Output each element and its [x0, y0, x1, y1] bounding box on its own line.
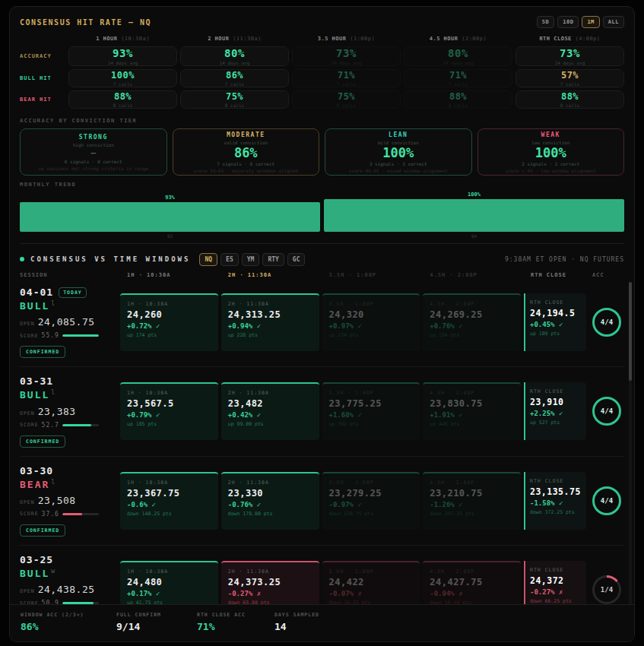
sessions-title: CONSENSUS VS TIME WINDOWS — [30, 255, 190, 263]
trend-bar-april: 100% — [324, 192, 624, 232]
direction-label: BULLl — [20, 300, 113, 312]
session-row-04-01[interactable]: 04-01TODAY BULLl OPEN24,085.75 SCORE55.9… — [20, 278, 624, 367]
sessions-table-header: SESSION 1H · 10:30A 2H · 11:30A 3.5H · 1… — [20, 272, 624, 278]
row-label-bull-hit: BULL HIT — [20, 75, 65, 81]
session-info: 03-30 BEARl OPEN23,508 SCORE37.6 CONFIRM… — [20, 465, 117, 537]
window-cell-1h: 1H · 10:30A24,260+0.72% ✓up 174 pts — [120, 293, 218, 351]
tab-nq[interactable]: NQ — [199, 253, 217, 266]
live-dot-icon — [20, 257, 24, 261]
tier-letter: w — [51, 568, 56, 575]
column-header-4-5h: 4.5 HOUR (2:00p) — [404, 36, 512, 43]
tier-letter: l — [51, 479, 56, 486]
session-date: 03-31 — [20, 375, 53, 387]
trend-title: MONTHLY TREND — [20, 182, 624, 188]
session-row-03-30[interactable]: 03-30 BEARl OPEN23,508 SCORE37.6 CONFIRM… — [20, 457, 624, 546]
tier-tile-moderate: MODERATE solid conviction 86% 7 signals … — [173, 128, 320, 176]
market-status-text: 9:38AM ET OPEN · NQ FUTURES — [505, 256, 624, 263]
score: SCORE52.7 — [20, 422, 113, 429]
session-date: 04-01 — [20, 287, 53, 298]
sessions-scrollbar[interactable] — [629, 282, 632, 609]
open-price: OPEN23,508 — [20, 495, 113, 506]
session-info: 03-31 BULLl OPEN23,383 SCORE52.7 CONFIRM… — [20, 375, 117, 447]
stat-rth-close-acc: RTH CLOSE ACC 71% — [197, 612, 255, 632]
tier-tiles: STRONG high conviction — 0 signals · 0 c… — [20, 128, 624, 176]
window-cell-4-5h: 4.5H · 2:00P23,210.75-1.26% ✓down 297.25… — [423, 472, 521, 530]
window-cell-rth: RTH CLOSE23,135.75-1.58% ✓down 372.25 pt… — [524, 472, 586, 530]
bull-hit-cell: 71%7 calls — [292, 69, 401, 87]
sessions-header: CONSENSUS VS TIME WINDOWS NQ ES YM RTY G… — [20, 251, 624, 268]
monthly-trend: MONTHLY TREND 93% 100% 03 04 — [20, 182, 624, 244]
tier-tile-lean: LEAN mild conviction 100% 3 signals · 3 … — [325, 128, 472, 176]
range-button-1m[interactable]: 1M — [582, 16, 599, 28]
window-cell-3-5h: 3.5H · 1:00P23,775.25+1.68% ✓up 392 pts — [322, 382, 420, 440]
range-button-10d[interactable]: 10D — [557, 16, 579, 28]
confirmed-badge: CONFIRMED — [20, 524, 65, 537]
today-badge: TODAY — [59, 287, 87, 298]
accuracy-ring: 4/4 — [592, 486, 621, 515]
bear-hit-cell: 88%8 calls — [68, 90, 177, 109]
column-header-3-5h: 3.5 HOUR (1:00p) — [292, 36, 401, 43]
window-cell-4-5h: 4.5H · 2:00P24,269.25+0.76% ✓up 184 pts — [423, 293, 521, 351]
open-price: OPEN24,085.75 — [20, 316, 113, 328]
trend-bar-march: 93% — [20, 195, 320, 232]
bull-hit-cell: 100%7 calls — [68, 69, 177, 87]
score-bar — [62, 513, 99, 515]
bar — [324, 199, 624, 232]
dashboard-panel: CONSENSUS HIT RATE — NQ 5D 10D 1M ALL 1 … — [9, 6, 635, 642]
scrollbar-thumb[interactable] — [629, 282, 632, 381]
tier-section-title: ACCURACY BY CONVICTION TIER — [20, 118, 624, 124]
session-date: 03-30 — [20, 465, 53, 477]
trend-month-labels: 03 04 — [20, 232, 624, 239]
score: SCORE37.6 — [20, 511, 113, 518]
bear-hit-cell: 75%8 calls — [180, 90, 289, 109]
confirmed-badge: CONFIRMED — [20, 435, 65, 448]
tab-rty[interactable]: RTY — [262, 253, 284, 266]
direction-label: BULLl — [20, 389, 113, 401]
score-bar — [62, 334, 99, 337]
column-header-1h: 1 HOUR (10:30a) — [68, 36, 177, 43]
tier-letter: l — [51, 300, 56, 307]
bear-hit-cell: 75%8 calls — [292, 90, 401, 109]
direction-label: BEARl — [20, 479, 113, 490]
direction-label: BULLw — [20, 568, 113, 579]
range-button-all[interactable]: ALL — [603, 16, 624, 28]
window-cell-3-5h: 3.5H · 1:00P24,320+0.97% ✓up 234 pts — [322, 293, 420, 351]
window-cell-2h: 2H · 11:30A24,313.25+0.94% ✓up 228 pts — [221, 293, 319, 351]
bull-hit-cell: 57%7 calls — [516, 69, 624, 87]
range-selector: 5D 10D 1M ALL — [537, 16, 624, 28]
window-cell-2h: 2H · 11:30A23,482+0.42% ✓up 99.00 pts — [221, 382, 319, 440]
accuracy-ring: 1/4 — [592, 575, 621, 604]
stat-full-confirm: FULL CONFIRM 9/14 — [116, 612, 177, 632]
window-cell-3-5h: 3.5H · 1:00P23,279.25-0.97% ✓down 228.75… — [322, 472, 420, 530]
bear-hit-cell: 88%8 calls — [516, 90, 624, 109]
column-header-2h: 2 HOUR (11:30a) — [180, 36, 289, 43]
accuracy-ring: 4/4 — [592, 397, 621, 426]
bull-hit-cell: 71%7 calls — [404, 69, 512, 87]
session-date: 03-25 — [20, 554, 53, 565]
row-label-accuracy: ACCURACY — [20, 53, 65, 59]
row-label-bear-hit: BEAR HIT — [20, 97, 65, 103]
open-price: OPEN24,438.25 — [20, 584, 113, 595]
header: CONSENSUS HIT RATE — NQ 5D 10D 1M ALL — [20, 13, 624, 31]
tab-es[interactable]: ES — [220, 253, 239, 266]
bull-hit-cell: 86%7 calls — [180, 69, 289, 87]
accuracy-ring: 4/4 — [592, 308, 621, 337]
session-row-03-31[interactable]: 03-31 BULLl OPEN23,383 SCORE52.7 CONFIRM… — [20, 367, 624, 456]
window-cell-rth: RTH CLOSE24,194.5+0.45% ✓up 109 pts — [524, 293, 586, 351]
stat-window-acc: WINDOW ACC (2/3+) 86% — [21, 612, 97, 632]
column-header-rth: RTH CLOSE (4:00p) — [516, 36, 624, 43]
window-cell-1h: 1H · 10:30A23,367.75-0.6% ✓down 140.25 p… — [120, 472, 218, 530]
range-button-5d[interactable]: 5D — [537, 16, 554, 28]
page-title: CONSENSUS HIT RATE — NQ — [20, 18, 151, 27]
tab-gc[interactable]: GC — [287, 253, 306, 266]
summary-footer: WINDOW ACC (2/3+) 86% FULL CONFIRM 9/14 … — [10, 604, 634, 641]
symbol-tabs: NQ ES YM RTY GC — [199, 253, 305, 266]
tier-letter: l — [51, 389, 56, 396]
accuracy-cell: 73%14 days avg — [516, 46, 624, 66]
window-cell-4-5h: 4.5H · 2:00P23,830.75+1.91% ✓up 448 pts — [423, 382, 521, 440]
stat-days-sampled: DAYS SAMPLED 14 — [274, 612, 319, 632]
tab-ym[interactable]: YM — [242, 253, 260, 266]
window-cell-1h: 1H · 10:30A23,567.5+0.79% ✓up 185 pts — [120, 382, 218, 440]
accuracy-cell: 80%14 days avg — [404, 46, 512, 66]
bar — [20, 202, 320, 232]
